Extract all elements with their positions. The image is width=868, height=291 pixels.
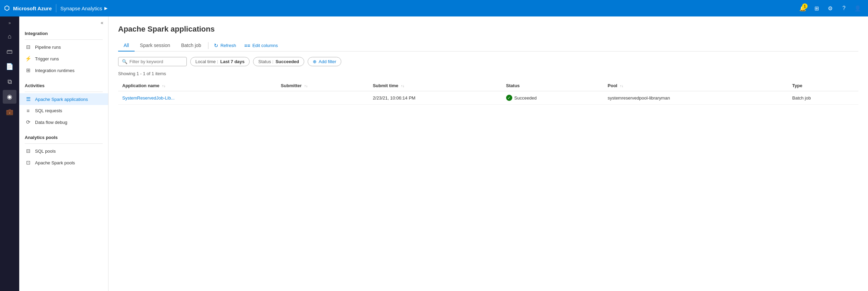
add-filter-label: Add filter <box>319 59 336 64</box>
portal-button[interactable]: ⊞ <box>810 2 823 14</box>
add-filter-button[interactable]: ⊕ Add filter <box>308 57 341 66</box>
brand: ⬡ Microsoft Azure <box>4 4 52 12</box>
sidebar-collapse-button[interactable]: « <box>99 19 105 26</box>
cell-submitter <box>277 91 369 105</box>
sidebar-item-pipeline-runs[interactable]: ⊟ Pipeline runs <box>19 41 108 53</box>
analytics-pools-divider <box>25 143 103 144</box>
sidebar-expand-collapse[interactable]: » <box>7 19 12 27</box>
submit-time-sort-icon: ↑↓ <box>401 84 404 88</box>
sidebar-icon-manage[interactable]: 💼 <box>3 105 16 119</box>
col-header-status: Status <box>502 80 604 91</box>
add-filter-icon: ⊕ <box>313 59 317 64</box>
refresh-label: Refresh <box>220 43 236 48</box>
apache-spark-icon: ☰ <box>25 96 32 102</box>
status-filter-value: Succeeded <box>275 59 299 64</box>
tab-spark-session[interactable]: Spark session <box>135 40 176 51</box>
status-label: Succeeded <box>514 95 537 101</box>
sidebar-item-sql-requests-label: SQL requests <box>35 108 62 113</box>
sidebar-icon-monitor[interactable]: ◉ <box>3 90 16 104</box>
analytics-pools-section-title: Analytics pools <box>19 131 108 142</box>
sql-pools-icon: ⊟ <box>25 148 32 154</box>
status-check-icon: ✓ <box>506 95 512 101</box>
filters-row: 🔍 Local time : Last 7 days Status : Succ… <box>118 57 858 66</box>
sidebar-item-sql-pools[interactable]: ⊟ SQL pools <box>19 145 108 157</box>
tab-batch-job[interactable]: Batch job <box>176 40 207 51</box>
sidebar-item-integration-runtimes-label: Integration runtimes <box>35 68 75 73</box>
sidebar-item-sql-requests[interactable]: ≡ SQL requests <box>19 105 108 116</box>
sidebar-item-apache-spark-label: Apache Spark applications <box>35 97 88 102</box>
icon-sidebar: » ⌂ 🗃 📄 ⧉ ◉ 💼 <box>0 16 19 291</box>
table-body: SystemReservedJob-Lib... 2/23/21, 10:06:… <box>118 91 858 105</box>
brand-logo: ⬡ <box>4 4 10 12</box>
nav-divider <box>56 4 56 12</box>
cell-status: ✓ Succeeded <box>502 91 604 105</box>
integration-divider <box>25 39 103 40</box>
notification-badge: 1 <box>802 3 808 9</box>
tab-toolbar-divider <box>208 42 208 49</box>
settings-icon: ⚙ <box>828 5 833 12</box>
sidebar-item-apache-spark-applications[interactable]: ☰ Apache Spark applications <box>19 93 108 105</box>
refresh-button[interactable]: ↻ Refresh <box>210 40 240 51</box>
col-header-type: Type <box>788 80 858 91</box>
table-header: Application name ↑↓ Submitter ↑↓ Submit … <box>118 80 858 91</box>
col-header-app-name[interactable]: Application name ↑↓ <box>118 80 277 91</box>
service-name: Synapse Analytics ▶ <box>60 5 107 11</box>
sidebar-icon-home[interactable]: ⌂ <box>3 30 16 43</box>
sidebar-item-sql-pools-label: SQL pools <box>35 149 56 154</box>
sidebar-icon-integrate[interactable]: ⧉ <box>3 75 16 89</box>
top-nav: ⬡ Microsoft Azure Synapse Analytics ▶ 🔔 … <box>0 0 868 16</box>
sidebar-icon-develop[interactable]: 📄 <box>3 60 16 73</box>
tabs-toolbar-bar: All Spark session Batch job ↻ Refresh ≡≡… <box>118 40 858 51</box>
status-filter-label: Status : <box>258 59 273 64</box>
main-layout: » ⌂ 🗃 📄 ⧉ ◉ 💼 « Integration ⊟ Pipeline r… <box>0 16 868 291</box>
content-area: Apache Spark applications All Spark sess… <box>108 16 868 291</box>
pipeline-runs-icon: ⊟ <box>25 44 32 50</box>
cell-submit-time: 2/23/21, 10:06:14 PM <box>369 91 502 105</box>
sidebar-icon-data[interactable]: 🗃 <box>3 45 16 58</box>
sidebar-item-apache-spark-pools[interactable]: ⊡ Apache Spark pools <box>19 157 108 168</box>
integration-section-title: Integration <box>19 27 108 38</box>
col-header-submit-time[interactable]: Submit time ↑↓ <box>369 80 502 91</box>
account-icon: 👤 <box>854 5 861 12</box>
portal-icon: ⊞ <box>814 5 819 12</box>
sidebar-collapse-bar: « <box>19 16 108 27</box>
status-filter-pill[interactable]: Status : Succeeded <box>253 57 304 66</box>
sidebar-item-apache-spark-pools-label: Apache Spark pools <box>35 160 75 165</box>
spark-pools-icon: ⊡ <box>25 160 32 166</box>
edit-columns-icon: ≡≡ <box>244 43 250 48</box>
trigger-runs-icon: ⚡ <box>25 56 32 62</box>
keyword-filter[interactable]: 🔍 <box>118 57 187 66</box>
col-header-pool[interactable]: Pool ↑↓ <box>604 80 788 91</box>
help-icon: ? <box>843 5 846 11</box>
status-succeeded: ✓ Succeeded <box>506 95 599 101</box>
time-filter-pill[interactable]: Local time : Last 7 days <box>190 57 250 66</box>
notifications-button[interactable]: 🔔 1 <box>797 2 809 14</box>
pool-sort-icon: ↑↓ <box>620 84 624 88</box>
activities-section-title: Activities <box>19 80 108 90</box>
app-name-sort-icon: ↑↓ <box>162 84 165 88</box>
keyword-search-input[interactable] <box>129 59 183 64</box>
left-sidebar: « Integration ⊟ Pipeline runs ⚡ Trigger … <box>19 16 108 291</box>
page-title: Apache Spark applications <box>118 25 858 34</box>
time-filter-value: Last 7 days <box>220 59 244 64</box>
sidebar-item-integration-runtimes[interactable]: ⊞ Integration runtimes <box>19 65 108 76</box>
account-button[interactable]: 👤 <box>852 2 864 14</box>
data-flow-icon: ⟳ <box>25 119 32 125</box>
table-row: SystemReservedJob-Lib... 2/23/21, 10:06:… <box>118 91 858 105</box>
sql-requests-icon: ≡ <box>25 108 32 114</box>
sidebar-item-data-flow-debug[interactable]: ⟳ Data flow debug <box>19 116 108 128</box>
settings-button[interactable]: ⚙ <box>824 2 836 14</box>
tab-all[interactable]: All <box>118 40 135 51</box>
col-header-submitter[interactable]: Submitter ↑↓ <box>277 80 369 91</box>
applications-table: Application name ↑↓ Submitter ↑↓ Submit … <box>118 80 858 105</box>
edit-columns-button[interactable]: ≡≡ Edit columns <box>240 40 282 50</box>
app-name-link[interactable]: SystemReservedJob-Lib... <box>122 95 174 101</box>
sidebar-item-trigger-runs[interactable]: ⚡ Trigger runs <box>19 53 108 65</box>
cell-app-name: SystemReservedJob-Lib... <box>118 91 277 105</box>
refresh-icon: ↻ <box>214 43 218 49</box>
help-button[interactable]: ? <box>838 2 850 14</box>
cell-pool: systemreservedpool-libraryman <box>604 91 788 105</box>
edit-columns-label: Edit columns <box>252 43 278 48</box>
submitter-sort-icon: ↑↓ <box>304 84 308 88</box>
sidebar-item-pipeline-runs-label: Pipeline runs <box>35 45 61 50</box>
